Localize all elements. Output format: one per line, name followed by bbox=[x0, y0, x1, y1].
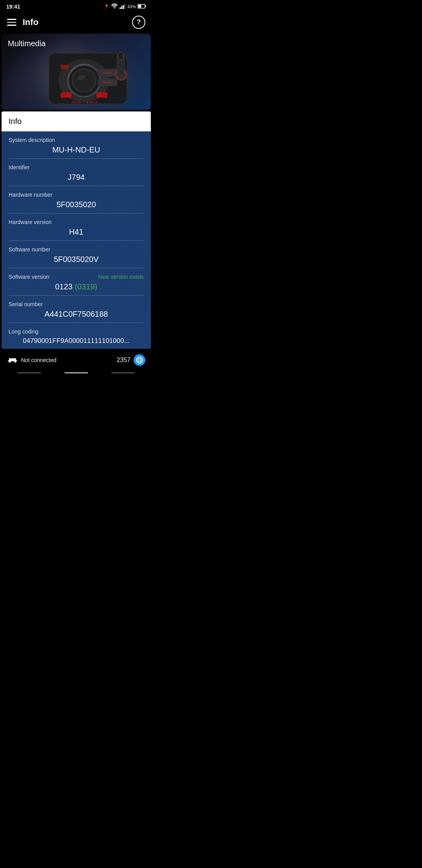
svg-rect-16 bbox=[97, 92, 107, 98]
count-text: 2357 bbox=[116, 357, 131, 364]
svg-rect-6 bbox=[138, 5, 141, 8]
label-text: Software version bbox=[9, 274, 49, 280]
top-bar: Info ? bbox=[0, 13, 152, 33]
data-row: Long coding 04790001FF9A000011111101000.… bbox=[9, 323, 144, 349]
hamburger-line bbox=[7, 19, 16, 20]
svg-rect-17 bbox=[61, 65, 68, 69]
data-label: Identifier bbox=[9, 164, 144, 170]
data-section: System description MU-H-ND-EU Identifier… bbox=[2, 131, 151, 349]
svg-text:◄ BACK: ◄ BACK bbox=[86, 100, 98, 104]
globe-icon bbox=[134, 354, 145, 366]
wifi-icon bbox=[111, 4, 118, 10]
label-text: Software number bbox=[9, 246, 50, 253]
info-header: Info bbox=[2, 111, 151, 131]
multimedia-banner: Multimedia RADIO MEDIA bbox=[2, 34, 151, 110]
data-value: 5F0035020V bbox=[9, 255, 144, 264]
data-row: Hardware number 5F0035020 bbox=[9, 186, 144, 213]
svg-rect-5 bbox=[145, 5, 146, 7]
nav-dot-1 bbox=[18, 372, 41, 373]
menu-button[interactable] bbox=[7, 19, 16, 26]
data-value: 0123 (0319) bbox=[9, 282, 144, 291]
svg-text:MEDIA: MEDIA bbox=[103, 81, 112, 84]
connection-status: Not connected bbox=[7, 357, 56, 364]
data-label: Software number bbox=[9, 246, 144, 253]
battery-icon bbox=[138, 4, 146, 9]
battery-percent: 43% bbox=[127, 4, 136, 9]
svg-text:MENU: MENU bbox=[72, 100, 81, 104]
data-label: System description bbox=[9, 137, 144, 143]
label-text: Long coding bbox=[9, 328, 38, 335]
nav-dot-2 bbox=[64, 372, 88, 373]
status-time: 19:41 bbox=[6, 4, 20, 10]
status-bar: 19:41 📍 43% bbox=[0, 0, 152, 13]
data-row: Identifier J794 bbox=[9, 159, 144, 186]
svg-rect-1 bbox=[121, 6, 122, 9]
signal-icon bbox=[120, 4, 126, 10]
data-value: 04790001FF9A000011111101000... bbox=[9, 337, 144, 345]
data-label: Serial number bbox=[9, 301, 144, 307]
question-mark: ? bbox=[137, 18, 141, 26]
svg-rect-2 bbox=[123, 5, 124, 9]
hamburger-line bbox=[7, 22, 16, 23]
svg-rect-0 bbox=[120, 7, 121, 9]
nav-dot-3 bbox=[111, 372, 135, 373]
svg-point-30 bbox=[9, 360, 11, 362]
data-value: A441C0F7506188 bbox=[9, 310, 144, 319]
location-icon: 📍 bbox=[104, 4, 109, 9]
not-connected-text: Not connected bbox=[21, 357, 56, 363]
label-text: Identifier bbox=[9, 164, 30, 170]
new-version-value: (0319) bbox=[75, 282, 97, 291]
svg-point-13 bbox=[73, 70, 95, 91]
data-label: Software version New version exists bbox=[9, 274, 144, 280]
hamburger-line bbox=[7, 25, 16, 26]
data-row: Serial number A441C0F7506188 bbox=[9, 296, 144, 323]
data-value: 5F0035020 bbox=[9, 200, 144, 209]
data-value: J794 bbox=[9, 173, 144, 182]
data-label: Hardware version bbox=[9, 219, 144, 225]
bottom-right: 2357 bbox=[116, 354, 145, 366]
svg-rect-3 bbox=[124, 4, 125, 9]
data-row: Software version New version exists 0123… bbox=[9, 268, 144, 296]
status-icons: 📍 43% bbox=[104, 4, 146, 10]
svg-rect-15 bbox=[61, 92, 72, 98]
help-button[interactable]: ? bbox=[132, 16, 145, 29]
page-title: Info bbox=[23, 17, 132, 27]
data-label: Long coding bbox=[9, 328, 144, 335]
car-console-graphic: RADIO MEDIA MENU ◄ BACK bbox=[37, 45, 115, 104]
data-row: Software number 5F0035020V bbox=[9, 241, 144, 268]
svg-point-31 bbox=[14, 360, 16, 362]
data-value: MU-H-ND-EU bbox=[9, 145, 144, 154]
label-text: Serial number bbox=[9, 301, 43, 307]
svg-text:RADIO: RADIO bbox=[103, 72, 112, 74]
label-text: System description bbox=[9, 137, 55, 143]
data-label: Hardware number bbox=[9, 192, 144, 198]
svg-rect-29 bbox=[118, 52, 123, 59]
data-row: System description MU-H-ND-EU bbox=[9, 131, 144, 159]
car-icon bbox=[7, 357, 18, 364]
label-text: Hardware version bbox=[9, 219, 52, 225]
label-text: Hardware number bbox=[9, 192, 52, 198]
nav-dots bbox=[0, 370, 152, 377]
data-row: Hardware version H41 bbox=[9, 213, 144, 241]
bottom-bar: Not connected 2357 bbox=[0, 350, 152, 370]
new-version-badge: New version exists bbox=[98, 274, 144, 280]
data-value: H41 bbox=[9, 228, 144, 237]
